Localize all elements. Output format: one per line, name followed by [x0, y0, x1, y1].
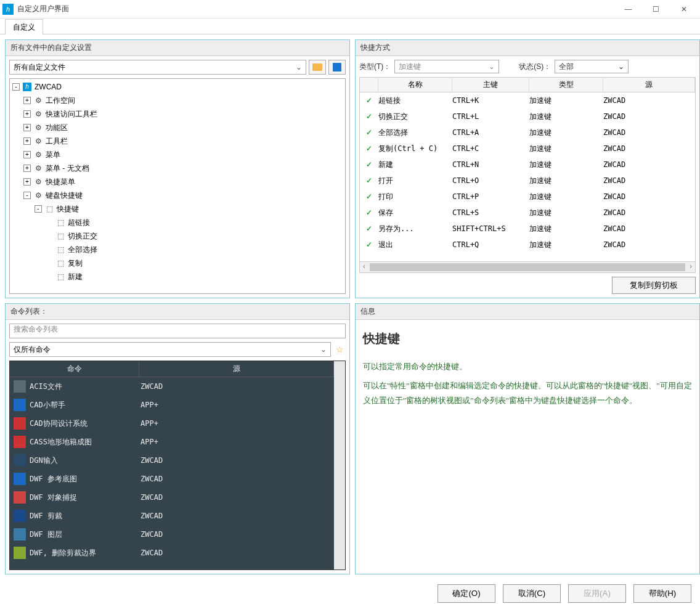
cell-type: 加速键	[529, 144, 603, 154]
table-row[interactable]: ✓ 切换正交 CTRL+L 加速键 ZWCAD	[360, 108, 695, 124]
tree-icon: ⬚	[55, 245, 65, 254]
tree-row[interactable]: ⬚ 切换正交	[10, 229, 345, 243]
panel-header: 命令列表：	[6, 304, 349, 320]
table-row[interactable]: ✓ 新建 CTRL+N 加速键 ZWCAD	[360, 157, 695, 173]
cancel-button[interactable]: 取消(C)	[503, 584, 561, 603]
tree-toggle[interactable]: +	[23, 97, 31, 104]
tree-toggle[interactable]: +	[23, 110, 31, 118]
ok-button[interactable]: 确定(O)	[437, 584, 495, 603]
tree-row[interactable]: - h ZWCAD	[10, 80, 345, 94]
shortcuts-body[interactable]: ✓ 超链接 CTRL+K 加速键 ZWCAD ✓ 切换正交 CTRL+L 加速键…	[360, 92, 695, 261]
shortcuts-table: 名称 主键 类型 源 ✓ 超链接 CTRL+K 加速键 ZWCAD ✓ 切换正交…	[359, 77, 696, 273]
tree-row[interactable]: + ⚙ 快捷菜单	[10, 175, 345, 189]
table-row[interactable]: ✓ 超链接 CTRL+K 加速键 ZWCAD	[360, 92, 695, 108]
table-row[interactable]: ✓ 退出 CTRL+Q 加速键 ZWCAD	[360, 237, 695, 253]
cell-key: CTRL+C	[452, 144, 529, 153]
table-row[interactable]: DWF 参考底图 ZWCAD	[10, 470, 334, 488]
file-dropdown[interactable]: 所有自定义文件 ⌄	[9, 60, 306, 75]
table-row[interactable]: ✓ 打开 CTRL+O 加速键 ZWCAD	[360, 173, 695, 189]
cell-type: 加速键	[529, 112, 603, 122]
tree-row[interactable]: + ⚙ 快速访问工具栏	[10, 107, 345, 121]
open-folder-button[interactable]	[309, 60, 326, 75]
tree-row[interactable]: + ⚙ 菜单	[10, 148, 345, 161]
tree-row[interactable]: ⬚ 复制	[10, 256, 345, 270]
col-key[interactable]: 主键	[452, 78, 529, 92]
help-button[interactable]: 帮助(H)	[633, 584, 691, 603]
table-row[interactable]: DWF 对象捕捉 ZWCAD	[10, 488, 334, 507]
type-dropdown[interactable]: 加速键 ⌄	[394, 60, 499, 73]
tree-row[interactable]: - ⬚ 快捷键	[10, 202, 345, 216]
cell-command: DWF, 删除剪裁边界	[30, 548, 140, 558]
filter-dropdown[interactable]: 仅所有命令 ⌄	[9, 342, 331, 357]
tree-row[interactable]: ⬚ 超链接	[10, 216, 345, 229]
panel-info: 信息 快捷键 可以指定常用命令的快捷键。 可以在"特性"窗格中创建和编辑选定命令…	[355, 303, 700, 574]
tree-toggle[interactable]: +	[23, 124, 31, 131]
tree-row[interactable]: ⬚ 全部选择	[10, 243, 345, 256]
table-row[interactable]: ✓ 打印 CTRL+P 加速键 ZWCAD	[360, 189, 695, 205]
col-command[interactable]: 命令	[10, 361, 139, 377]
minimize-button[interactable]: —	[614, 1, 642, 18]
tree-toggle[interactable]: -	[12, 83, 20, 91]
tree-label: ZWCAD	[35, 83, 62, 91]
table-row[interactable]: ✓ 保存 CTRL+S 加速键 ZWCAD	[360, 205, 695, 221]
command-icon	[14, 454, 26, 467]
tree-icon: ⚙	[33, 150, 43, 159]
check-icon: ✓	[360, 176, 378, 185]
search-input[interactable]: 搜索命令列表	[9, 324, 346, 338]
col-status	[360, 78, 378, 92]
tab-customize[interactable]: 自定义	[5, 19, 43, 35]
titlebar: h 自定义用户界面 — ☐ ✕	[0, 0, 700, 18]
h-scrollbar[interactable]: ‹ ›	[360, 261, 695, 272]
tree-toggle[interactable]: +	[23, 178, 31, 186]
tree-label: 复制	[68, 258, 83, 269]
cell-name: 打开	[378, 176, 452, 186]
cell-command: CAD协同设计系统	[30, 418, 140, 429]
cell-name: 超链接	[378, 96, 452, 106]
table-row[interactable]: CAD协同设计系统 APP+	[10, 414, 334, 433]
table-row[interactable]: ACIS文件 ZWCAD	[10, 377, 334, 396]
state-dropdown[interactable]: 全部 ⌄	[555, 60, 629, 73]
tree-icon: ⚙	[33, 137, 43, 145]
v-scrollbar[interactable]	[334, 361, 345, 569]
copy-clipboard-button[interactable]: 复制到剪切板	[612, 277, 696, 294]
check-icon: ✓	[360, 160, 378, 169]
tree-toggle[interactable]: -	[23, 192, 31, 199]
col-type[interactable]: 类型	[529, 78, 603, 92]
table-row[interactable]: DWF 图层 ZWCAD	[10, 525, 334, 544]
save-button[interactable]	[328, 60, 346, 75]
cell-key: SHIFT+CTRL+S	[452, 224, 529, 233]
tree-toggle[interactable]: +	[23, 165, 31, 172]
panel-header: 信息	[356, 304, 699, 320]
col-source[interactable]: 源	[603, 78, 695, 92]
table-row[interactable]: DWF, 删除剪裁边界 ZWCAD	[10, 544, 334, 562]
maximize-button[interactable]: ☐	[642, 1, 670, 18]
table-row[interactable]: DWF 剪裁 ZWCAD	[10, 507, 334, 525]
table-row[interactable]: CASS地形地籍成图 APP+	[10, 433, 334, 451]
tree-row[interactable]: + ⚙ 菜单 - 无文档	[10, 161, 345, 175]
check-icon: ✓	[360, 96, 378, 105]
apply-button[interactable]: 应用(A)	[568, 584, 626, 603]
table-row[interactable]: ✓ 复制(Ctrl + C) CTRL+C 加速键 ZWCAD	[360, 141, 695, 157]
star-icon[interactable]: ☆	[333, 345, 346, 354]
tree-toggle[interactable]: +	[23, 137, 31, 145]
table-row[interactable]: DGN输入 ZWCAD	[10, 451, 334, 470]
col-name[interactable]: 名称	[378, 78, 452, 92]
tree-row[interactable]: + ⚙ 工作空间	[10, 94, 345, 107]
col-source[interactable]: 源	[139, 361, 334, 377]
customization-tree[interactable]: - h ZWCAD + ⚙ 工作空间 + ⚙ 快速访问工具栏 + ⚙ 功能区 +…	[9, 78, 346, 294]
table-row[interactable]: ✓ 全部选择 CTRL+A 加速键 ZWCAD	[360, 124, 695, 141]
tree-row[interactable]: + ⚙ 功能区	[10, 121, 345, 134]
tree-row[interactable]: - ⚙ 键盘快捷键	[10, 189, 345, 202]
table-row[interactable]: ✓ 另存为... SHIFT+CTRL+S 加速键 ZWCAD	[360, 221, 695, 237]
dropdown-value: 加速键	[399, 62, 421, 72]
tree-row[interactable]: + ⚙ 工具栏	[10, 134, 345, 148]
command-body[interactable]: ACIS文件 ZWCAD CAD小帮手 APP+ CAD协同设计系统 APP+ …	[10, 377, 334, 562]
tree-toggle[interactable]: -	[35, 205, 42, 213]
tree-label: 菜单 - 无文档	[46, 163, 89, 174]
tree-toggle[interactable]: +	[23, 151, 31, 158]
table-row[interactable]: CAD小帮手 APP+	[10, 396, 334, 414]
tree-row[interactable]: ⬚ 新建	[10, 270, 345, 284]
close-button[interactable]: ✕	[670, 1, 698, 18]
cell-source: ZWCAD	[140, 530, 163, 539]
chevron-down-icon: ⌄	[618, 62, 624, 71]
